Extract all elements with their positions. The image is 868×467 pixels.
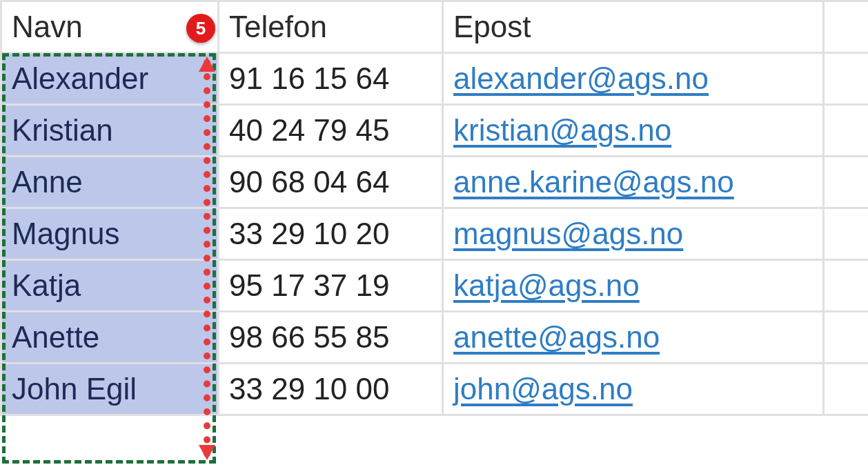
cell-empty[interactable] — [824, 53, 869, 105]
cell-phone[interactable]: 33 29 10 00 — [219, 364, 443, 415]
email-link[interactable]: anette@ags.no — [453, 320, 660, 354]
cell-name[interactable]: Alexander — [1, 53, 219, 105]
table-row: Kristian40 24 79 45kristian@ags.no — [1, 105, 869, 157]
email-link[interactable]: anne.karine@ags.no — [453, 165, 734, 199]
contacts-table: Navn Telefon Epost Alexander91 16 15 64a… — [0, 0, 868, 416]
cell-empty[interactable] — [824, 312, 869, 364]
cell-phone[interactable]: 40 24 79 45 — [219, 105, 443, 157]
cell-phone[interactable]: 98 66 55 85 — [219, 312, 443, 364]
table-row: Magnus33 29 10 20magnus@ags.no — [1, 208, 869, 260]
header-phone[interactable]: Telefon — [219, 1, 443, 53]
table-row: John Egil33 29 10 00john@ags.no — [1, 364, 869, 415]
cell-phone[interactable]: 95 17 37 19 — [219, 260, 443, 312]
cell-phone[interactable]: 90 68 04 64 — [219, 157, 443, 208]
table-row: Anne90 68 04 64anne.karine@ags.no — [1, 157, 869, 208]
spreadsheet: Navn Telefon Epost Alexander91 16 15 64a… — [0, 0, 868, 467]
cell-name[interactable]: John Egil — [1, 364, 219, 415]
table-row: Katja95 17 37 19katja@ags.no — [1, 260, 869, 312]
header-row: Navn Telefon Epost — [1, 1, 869, 53]
cell-empty[interactable] — [824, 157, 869, 208]
cell-empty[interactable] — [824, 364, 869, 415]
email-link[interactable]: magnus@ags.no — [453, 217, 683, 250]
email-link[interactable]: john@ags.no — [453, 372, 633, 406]
cell-email[interactable]: magnus@ags.no — [443, 208, 824, 260]
cell-email[interactable]: john@ags.no — [443, 364, 824, 415]
cell-email[interactable]: katja@ags.no — [443, 260, 824, 312]
email-link[interactable]: kristian@ags.no — [453, 113, 671, 147]
header-empty[interactable] — [824, 1, 869, 53]
cell-name[interactable]: Kristian — [1, 105, 219, 157]
cell-email[interactable]: anette@ags.no — [443, 312, 824, 364]
cell-phone[interactable]: 33 29 10 20 — [219, 208, 443, 260]
cell-email[interactable]: alexander@ags.no — [443, 53, 824, 105]
email-link[interactable]: alexander@ags.no — [453, 61, 709, 95]
header-email[interactable]: Epost — [443, 1, 824, 53]
cell-email[interactable]: kristian@ags.no — [443, 105, 824, 157]
cell-name[interactable]: Anette — [1, 312, 219, 364]
cell-empty[interactable] — [824, 105, 869, 157]
cell-name[interactable]: Katja — [1, 260, 219, 312]
cell-name[interactable]: Anne — [1, 157, 219, 208]
cell-phone[interactable]: 91 16 15 64 — [219, 53, 443, 105]
cell-empty[interactable] — [824, 208, 869, 260]
cell-name[interactable]: Magnus — [1, 208, 219, 260]
cell-email[interactable]: anne.karine@ags.no — [443, 157, 824, 208]
table-row: Alexander91 16 15 64alexander@ags.no — [1, 53, 869, 105]
header-name[interactable]: Navn — [1, 1, 219, 53]
cell-empty[interactable] — [824, 260, 869, 312]
table-row: Anette98 66 55 85anette@ags.no — [1, 312, 869, 364]
email-link[interactable]: katja@ags.no — [453, 268, 640, 302]
